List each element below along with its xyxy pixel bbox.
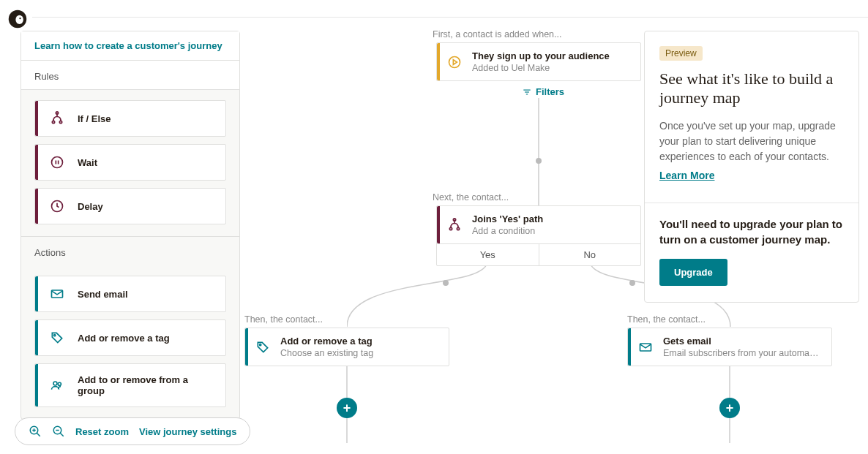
actions-section-title: Actions	[21, 236, 239, 265]
branch-no[interactable]: No	[539, 244, 641, 265]
start-node-title: They sign up to your audience	[472, 50, 630, 61]
preview-description: Once you've set up your map, upgrade you…	[659, 118, 844, 164]
learn-journey-link[interactable]: Learn how to create a customer's journey	[21, 31, 239, 61]
svg-line-31	[60, 433, 64, 436]
rules-section-title: Rules	[21, 61, 239, 90]
start-node[interactable]: They sign up to your audience Added to U…	[436, 42, 641, 81]
email-node-sub: Email subscribers from your automation..…	[663, 348, 821, 358]
svg-point-20	[457, 227, 459, 230]
tag-node-title: Add or remove a tag	[280, 336, 438, 347]
tag-icon	[248, 328, 277, 366]
action-group-label: Add to or remove from a group	[78, 374, 217, 396]
learn-more-link[interactable]: Learn More	[659, 170, 714, 181]
filters-button[interactable]: Filters	[522, 86, 564, 97]
email-icon	[50, 287, 64, 301]
branch-node-sub: Add a condition	[472, 226, 630, 236]
rule-delay-label: Delay	[78, 201, 103, 212]
svg-line-27	[37, 433, 40, 436]
branch-icon	[50, 111, 64, 126]
svg-point-13	[58, 382, 61, 385]
journey-actions-sidebar: Learn how to create a customer's journey…	[20, 31, 240, 420]
email-node[interactable]: Gets email Email subscribers from your a…	[627, 328, 832, 366]
action-send-email[interactable]: Send email	[34, 276, 226, 312]
hint-then-right: Then, the contact...	[627, 314, 706, 325]
branch-yes[interactable]: Yes	[437, 244, 539, 265]
svg-point-11	[54, 335, 56, 336]
connector-dot	[443, 280, 449, 286]
rule-wait-label: Wait	[78, 157, 97, 168]
group-icon	[50, 378, 64, 393]
rule-if-else-label: If / Else	[78, 113, 111, 124]
preview-title: See what it's like to build a journey ma…	[659, 69, 844, 108]
branch-node-title: Joins 'Yes' path	[472, 213, 630, 224]
connector-dot	[629, 280, 635, 286]
preview-separator	[645, 203, 858, 203]
reset-zoom-button[interactable]: Reset zoom	[75, 426, 129, 437]
zoom-in-button[interactable]	[29, 425, 42, 438]
branch-node[interactable]: Joins 'Yes' path Add a condition Yes No	[436, 205, 641, 266]
branch-icon	[440, 206, 469, 243]
clock-icon	[50, 199, 64, 213]
add-step-button-left[interactable]: +	[337, 398, 357, 418]
tag-node[interactable]: Add or remove a tag Choose an existing t…	[244, 328, 449, 366]
svg-point-12	[53, 382, 57, 385]
svg-point-3	[52, 121, 54, 123]
preview-badge: Preview	[659, 46, 703, 61]
tag-node-sub: Choose an existing tag	[280, 348, 438, 358]
action-send-email-label: Send email	[78, 289, 128, 300]
start-node-sub: Added to Uel Make	[472, 63, 630, 73]
svg-point-4	[59, 121, 61, 123]
zoom-out-button[interactable]	[52, 425, 65, 438]
email-icon	[631, 328, 660, 366]
svg-point-14	[449, 56, 460, 67]
rule-delay[interactable]: Delay	[34, 188, 226, 224]
action-tag-label: Add or remove a tag	[78, 333, 170, 344]
zoom-controls: Reset zoom View journey settings	[15, 417, 250, 445]
pause-icon	[50, 155, 64, 170]
svg-point-6	[52, 157, 63, 168]
hint-then-left: Then, the contact...	[244, 314, 323, 325]
hint-next: Next, the contact...	[433, 192, 509, 203]
action-group[interactable]: Add to or remove from a group	[34, 363, 226, 407]
svg-point-19	[449, 227, 452, 230]
hint-first: First, a contact is added when...	[433, 29, 561, 39]
add-step-button-right[interactable]: +	[719, 398, 740, 418]
view-journey-settings-button[interactable]: View journey settings	[139, 426, 236, 437]
tag-icon	[50, 330, 64, 345]
upgrade-note: You'll need to upgrade your plan to turn…	[659, 216, 844, 247]
play-icon	[440, 43, 469, 80]
email-node-title: Gets email	[663, 336, 821, 347]
upgrade-button[interactable]: Upgrade	[659, 259, 727, 286]
preview-panel: Preview See what it's like to build a jo…	[644, 31, 859, 303]
connector-dot	[536, 158, 542, 164]
rule-if-else[interactable]: If / Else	[34, 100, 226, 137]
filters-label: Filters	[536, 86, 564, 97]
svg-point-22	[260, 344, 261, 345]
rule-wait[interactable]: Wait	[34, 144, 226, 181]
action-tag[interactable]: Add or remove a tag	[34, 319, 226, 356]
